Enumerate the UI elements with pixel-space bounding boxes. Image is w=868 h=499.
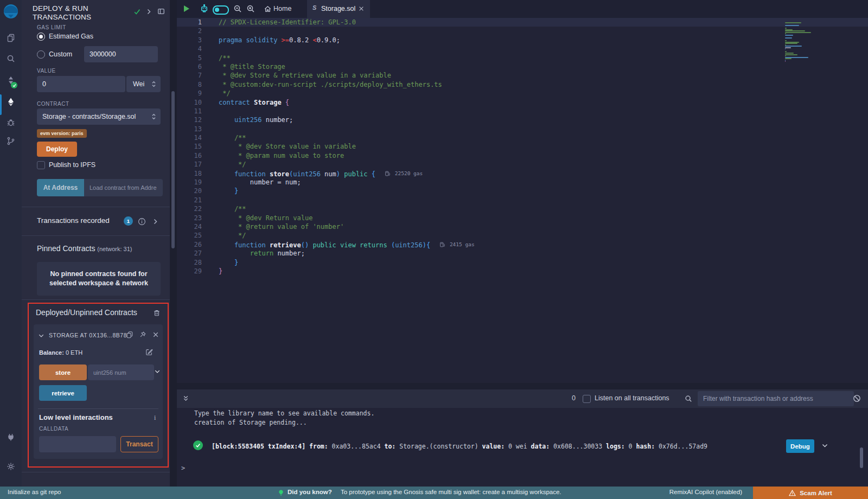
- active-plugin-indicator: [0, 94, 2, 115]
- minimap[interactable]: [785, 22, 821, 62]
- expand-terminal-icon[interactable]: [182, 395, 189, 402]
- zoom-out-icon[interactable]: [233, 4, 242, 13]
- home-icon[interactable]: [264, 5, 272, 13]
- ai-assistant-icon[interactable]: [200, 4, 209, 14]
- tx-expand-icon[interactable]: [821, 442, 828, 449]
- tx-success-icon: [193, 440, 203, 450]
- pinned-network-label: (network: 31): [97, 246, 132, 252]
- remix-logo[interactable]: [2, 3, 20, 21]
- estimated-gas-radio[interactable]: [37, 33, 45, 41]
- value-input[interactable]: [37, 76, 125, 92]
- divider: [22, 472, 170, 472]
- instance-title: STORAGE AT 0X136...8B78: [49, 332, 127, 338]
- deploy-button[interactable]: Deploy: [37, 142, 77, 157]
- git-icon[interactable]: [7, 137, 15, 145]
- filter-transactions-input[interactable]: [698, 391, 854, 406]
- did-you-know-text: To prototype using the Gnosis safe multi…: [341, 489, 561, 495]
- value-unit-select[interactable]: Wei: [126, 76, 161, 92]
- tab-label: Storage.sol: [321, 5, 355, 12]
- at-address-input[interactable]: [84, 179, 163, 196]
- remix-ide-window: DEPLOY & RUN TRANSACTIONS GAS LIMIT Esti…: [0, 0, 868, 499]
- terminal-scrollbar[interactable]: [860, 447, 863, 468]
- terminal: 0 Listen on all transactions Type the li…: [177, 383, 868, 487]
- pending-tx-count: 0: [572, 394, 576, 402]
- chevron-right-icon[interactable]: [145, 8, 152, 15]
- custom-gas-radio[interactable]: [37, 50, 45, 59]
- transaction-log-entry[interactable]: [block:5583405 txIndex:4] from: 0xa03...…: [212, 443, 707, 450]
- retrieve-button[interactable]: retrieve: [39, 385, 87, 401]
- deploy-run-icon[interactable]: [7, 98, 15, 106]
- lightbulb-icon: [278, 489, 284, 496]
- search-icon[interactable]: [7, 54, 15, 63]
- contract-select[interactable]: Storage - contracts/Storage.sol: [37, 108, 161, 125]
- did-you-know-title: Did you know?: [288, 489, 332, 495]
- pin-panel-icon[interactable]: [157, 8, 165, 15]
- gas-limit-label: GAS LIMIT: [37, 24, 66, 30]
- status-bar: Initialize as git repo Did you know? To …: [0, 487, 868, 499]
- panel-title: DEPLOY & RUN TRANSACTIONS: [33, 4, 127, 22]
- tab-close-icon[interactable]: [358, 5, 365, 12]
- edit-icon[interactable]: [145, 348, 153, 356]
- code-editor[interactable]: 1234567891011121314151617181920212223242…: [177, 18, 868, 383]
- expand-args-icon[interactable]: [154, 368, 161, 375]
- store-arg-input[interactable]: [88, 364, 154, 380]
- info-icon[interactable]: [138, 217, 146, 226]
- calldata-input[interactable]: [39, 436, 116, 452]
- terminal-resize-handle[interactable]: [177, 383, 868, 389]
- git-init-button[interactable]: Initialize as git repo: [8, 489, 61, 495]
- tab-storage-sol[interactable]: S Storage.sol: [307, 0, 370, 18]
- stepper-icon: [151, 81, 156, 87]
- close-icon[interactable]: [152, 331, 159, 338]
- home-tab[interactable]: Home: [273, 5, 291, 12]
- plugin-manager-icon[interactable]: [7, 433, 15, 442]
- divider: [22, 235, 170, 236]
- zoom-in-icon[interactable]: [246, 4, 255, 13]
- pin-icon[interactable]: [139, 331, 146, 338]
- file-explorer-icon[interactable]: [7, 34, 15, 42]
- trash-icon[interactable]: [153, 309, 161, 317]
- solidity-file-icon: S: [312, 4, 316, 11]
- value-label: VALUE: [37, 68, 56, 74]
- estimated-gas-label: Estimated Gas: [49, 33, 93, 40]
- divider: [22, 299, 170, 300]
- transactions-recorded-label: Transactions recorded: [37, 216, 110, 225]
- deployed-contracts-title: Deployed/Unpinned Contracts: [36, 308, 137, 317]
- line-number-gutter: 1234567891011121314151617181920212223242…: [177, 18, 207, 383]
- terminal-prompt: >: [181, 464, 185, 472]
- publish-ipfs-checkbox[interactable]: [37, 161, 45, 169]
- scam-alert-button[interactable]: Scam Alert: [753, 487, 868, 499]
- run-script-icon[interactable]: [182, 4, 191, 13]
- terminal-menu-bar: 0 Listen on all transactions: [177, 389, 868, 408]
- deploy-run-panel: DEPLOY & RUN TRANSACTIONS GAS LIMIT Esti…: [22, 0, 170, 487]
- pinned-contracts-title: Pinned Contracts (network: 31): [37, 244, 132, 253]
- copilot-toggle[interactable]: [213, 5, 229, 15]
- at-address-button[interactable]: At Address: [37, 179, 84, 196]
- compile-success-badge: [11, 82, 17, 88]
- publish-ipfs-label: Publish to IPFS: [49, 161, 95, 169]
- custom-gas-input[interactable]: [84, 46, 158, 62]
- listen-transactions-checkbox[interactable]: [583, 395, 591, 403]
- panel-scrollbar[interactable]: [171, 91, 175, 248]
- store-button[interactable]: store: [39, 364, 87, 380]
- chevron-down-icon[interactable]: [38, 332, 44, 339]
- divider: [38, 408, 158, 409]
- debug-button[interactable]: Debug: [786, 439, 814, 453]
- copy-icon[interactable]: [126, 331, 133, 338]
- value-unit: Wei: [133, 80, 144, 88]
- chevron-right-icon[interactable]: [152, 218, 159, 225]
- clear-console-icon[interactable]: [853, 394, 861, 402]
- search-icon[interactable]: [685, 395, 692, 402]
- transact-button[interactable]: Transact: [120, 436, 158, 452]
- terminal-log: Type the library name to see available c…: [194, 409, 374, 427]
- calldata-label: CALLDATA: [39, 426, 68, 432]
- debugger-icon[interactable]: [7, 118, 15, 127]
- settings-icon[interactable]: [7, 462, 15, 471]
- warning-icon: [789, 490, 796, 496]
- evm-version-badge: evm version: paris: [37, 129, 87, 138]
- info-icon[interactable]: i: [154, 414, 156, 422]
- transactions-count-badge: 1: [124, 216, 133, 226]
- contract-label: CONTRACT: [37, 101, 69, 107]
- editor-toolbar: Home S Storage.sol: [177, 0, 868, 18]
- divider: [22, 207, 170, 207]
- copilot-status[interactable]: RemixAI Copilot (enabled): [669, 489, 742, 495]
